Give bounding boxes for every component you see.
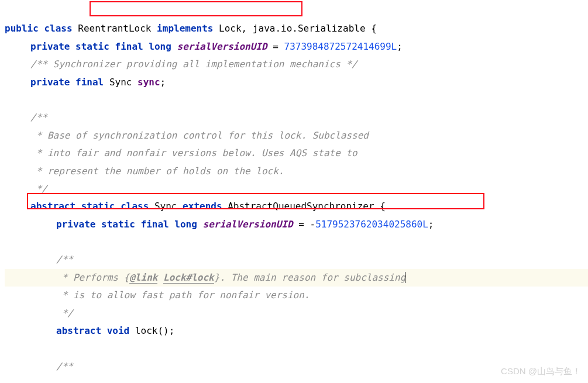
code-line-14: /** (5, 251, 73, 268)
code-line-13 (5, 236, 11, 247)
javadoc-link-tag: @link (129, 272, 157, 284)
code-line-9: * represent the number of holds on the l… (5, 163, 284, 180)
code-line-5 (5, 94, 11, 105)
code-line-1: public class ReentrantLock implements Lo… (5, 23, 377, 34)
code-block: public class ReentrantLock implements Lo… (0, 2, 588, 375)
code-line-18: abstract void lock(); (5, 322, 174, 340)
javadoc-link-target: Lock#lock (163, 272, 214, 284)
code-line-20: /** (5, 358, 73, 375)
code-line-19 (5, 343, 11, 354)
code-line-4: private final Sync sync; (5, 74, 166, 91)
code-line-11: abstract static class Sync extends Abstr… (5, 198, 386, 215)
code-line-2: private static final long serialVersionU… (5, 38, 403, 56)
code-line-10: */ (5, 180, 47, 198)
code-line-17: */ (5, 305, 73, 322)
code-line-15-highlighted: * Performs {@link Lock#lock}. The main r… (5, 269, 588, 287)
watermark: CSDN @山鸟与鱼！ (501, 363, 581, 380)
code-line-7: * Base of synchronization control for th… (5, 127, 369, 144)
code-line-6: /** (5, 109, 47, 126)
code-line-8: * into fair and nonfair versions below. … (5, 144, 357, 162)
code-line-16: * is to allow fast path for nonfair vers… (5, 287, 310, 304)
code-line-12: private static final long serialVersionU… (5, 216, 434, 233)
code-line-3: /** Synchronizer providing all implement… (5, 56, 357, 73)
